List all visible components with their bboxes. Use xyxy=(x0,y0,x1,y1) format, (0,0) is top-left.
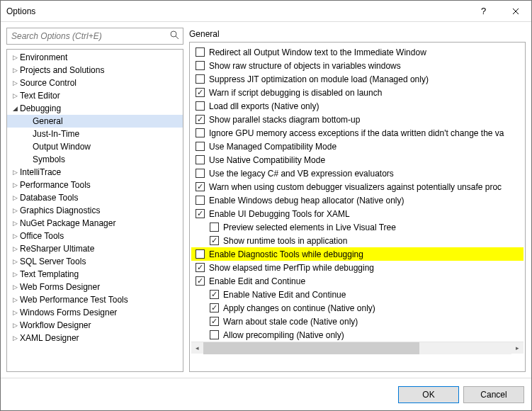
chevron-right-icon[interactable]: ▷ xyxy=(10,207,20,214)
checkbox[interactable] xyxy=(210,303,219,313)
chevron-right-icon[interactable]: ▷ xyxy=(10,258,20,265)
checkbox[interactable] xyxy=(196,101,205,111)
option-row[interactable]: Warn when using custom debugger visualiz… xyxy=(191,180,523,193)
chevron-right-icon[interactable]: ▷ xyxy=(10,245,20,252)
checkbox[interactable] xyxy=(210,223,219,232)
option-row[interactable]: Show parallel stacks diagram bottom-up xyxy=(191,113,523,126)
option-row[interactable]: Show raw structure of objects in variabl… xyxy=(191,59,523,72)
checkbox[interactable] xyxy=(196,276,205,286)
option-row[interactable]: Suppress JIT optimization on module load… xyxy=(191,72,523,86)
tree-item[interactable]: ▷Graphics Diagnostics xyxy=(7,204,183,217)
chevron-right-icon[interactable]: ▷ xyxy=(10,181,20,188)
close-button[interactable] xyxy=(499,1,531,21)
search-icon[interactable] xyxy=(169,30,180,42)
option-row[interactable]: Redirect all Output Window text to the I… xyxy=(191,45,523,59)
option-row[interactable]: Use the legacy C# and VB expression eval… xyxy=(191,167,523,180)
checkbox[interactable] xyxy=(210,330,219,339)
option-row[interactable]: Warn if script debugging is disabled on … xyxy=(191,86,523,99)
chevron-right-icon[interactable]: ▷ xyxy=(10,220,20,227)
help-button[interactable]: ? xyxy=(468,1,499,21)
checkbox[interactable] xyxy=(196,61,205,70)
option-row[interactable]: Enable Native Edit and Continue xyxy=(191,288,523,301)
tree-item[interactable]: ▷NuGet Package Manager xyxy=(7,217,183,230)
tree-item[interactable]: ▷Windows Forms Designer xyxy=(7,306,183,319)
option-row[interactable]: Apply changes on continue (Native only) xyxy=(191,301,523,315)
tree-item[interactable]: ▷Web Forms Designer xyxy=(7,281,183,293)
checkbox[interactable] xyxy=(196,47,205,57)
scroll-right-button[interactable]: ▸ xyxy=(511,342,523,354)
scroll-track[interactable] xyxy=(203,342,511,354)
checkbox[interactable] xyxy=(196,74,205,84)
checkbox[interactable] xyxy=(196,209,205,218)
tree-item[interactable]: ▷Web Performance Test Tools xyxy=(7,293,183,306)
checkbox[interactable] xyxy=(196,88,205,97)
option-row[interactable]: Show runtime tools in application xyxy=(191,234,523,247)
tree-item[interactable]: ▷Database Tools xyxy=(7,191,183,204)
checkbox[interactable] xyxy=(196,182,205,191)
option-row[interactable]: Enable Windows debug heap allocator (Nat… xyxy=(191,193,523,207)
chevron-right-icon[interactable]: ▷ xyxy=(10,309,20,316)
tree-item[interactable]: ▷Office Tools xyxy=(7,230,183,242)
checkbox[interactable] xyxy=(196,115,205,124)
chevron-right-icon[interactable]: ▷ xyxy=(10,54,20,61)
option-row[interactable]: Show elapsed time PerfTip while debuggin… xyxy=(191,261,523,274)
tree-item[interactable]: ▷Just-In-Time xyxy=(7,128,183,140)
checkbox[interactable] xyxy=(196,142,205,151)
chevron-right-icon[interactable]: ▷ xyxy=(10,92,20,99)
search-input[interactable] xyxy=(10,30,169,42)
tree-item[interactable]: ▷Projects and Solutions xyxy=(7,64,183,77)
tree-item[interactable]: ◢Debugging xyxy=(7,102,183,115)
option-row[interactable]: Enable UI Debugging Tools for XAML xyxy=(191,207,523,220)
chevron-right-icon[interactable]: ▷ xyxy=(10,271,20,278)
search-box[interactable] xyxy=(6,28,183,45)
option-row[interactable]: Enable Edit and Continue xyxy=(191,274,523,288)
tree-item[interactable]: ▷Performance Tools xyxy=(7,179,183,191)
tree-item[interactable]: ▷Environment xyxy=(7,51,183,64)
scroll-left-button[interactable]: ◂ xyxy=(191,342,203,354)
checkbox[interactable] xyxy=(196,128,205,137)
tree-item[interactable]: ▷XAML Designer xyxy=(7,332,183,344)
option-row[interactable]: Preview selected elements in Live Visual… xyxy=(191,220,523,234)
checkbox[interactable] xyxy=(210,236,219,245)
chevron-down-icon[interactable]: ◢ xyxy=(10,105,20,112)
tree-item[interactable]: ▷Text Templating xyxy=(7,268,183,281)
option-row[interactable]: Use Native Compatibility Mode xyxy=(191,153,523,167)
cancel-button[interactable]: Cancel xyxy=(463,386,524,403)
checkbox[interactable] xyxy=(196,169,205,178)
chevron-right-icon[interactable]: ▷ xyxy=(10,194,20,201)
chevron-right-icon[interactable]: ▷ xyxy=(10,322,20,329)
option-row[interactable]: Use Managed Compatibility Mode xyxy=(191,140,523,153)
checkbox[interactable] xyxy=(196,155,205,164)
scroll-thumb[interactable] xyxy=(203,342,419,354)
tree-item[interactable]: ▷Output Window xyxy=(7,140,183,153)
chevron-right-icon[interactable]: ▷ xyxy=(10,334,20,342)
tree-item[interactable]: ▷General xyxy=(7,115,183,128)
checkbox[interactable] xyxy=(210,290,219,299)
chevron-right-icon[interactable]: ▷ xyxy=(10,67,20,74)
tree-item[interactable]: ▷Source Control xyxy=(7,77,183,89)
tree-item[interactable]: ▷SQL Server Tools xyxy=(7,255,183,268)
checkbox[interactable] xyxy=(196,263,205,272)
chevron-right-icon[interactable]: ▷ xyxy=(10,169,20,176)
ok-button[interactable]: OK xyxy=(398,386,459,403)
chevron-right-icon[interactable]: ▷ xyxy=(10,283,20,291)
checkbox[interactable] xyxy=(210,317,219,326)
chevron-right-icon[interactable]: ▷ xyxy=(10,232,20,240)
tree-item[interactable]: ▷Text Editor xyxy=(7,89,183,102)
option-row[interactable]: Allow precompiling (Native only) xyxy=(191,328,523,342)
options-panel[interactable]: Redirect all Output Window text to the I… xyxy=(189,42,526,372)
tree-item[interactable]: ▷Workflow Designer xyxy=(7,319,183,332)
chevron-right-icon[interactable]: ▷ xyxy=(10,296,20,303)
horizontal-scrollbar[interactable]: ◂ ▸ xyxy=(191,342,523,354)
option-row[interactable]: Warn about stale code (Native only) xyxy=(191,315,523,328)
checkbox[interactable] xyxy=(196,249,205,259)
tree-item[interactable]: ▷ReSharper Ultimate xyxy=(7,242,183,255)
tree-item[interactable]: ▷IntelliTrace xyxy=(7,166,183,179)
checkbox[interactable] xyxy=(196,196,205,205)
option-row[interactable]: Enable Diagnostic Tools while debugging xyxy=(191,247,523,261)
tree-item[interactable]: ▷Symbols xyxy=(7,153,183,166)
option-row[interactable]: Ignore GPU memory access exceptions if t… xyxy=(191,126,523,140)
chevron-right-icon[interactable]: ▷ xyxy=(10,79,20,86)
category-tree[interactable]: ▷Environment▷Projects and Solutions▷Sour… xyxy=(6,49,183,372)
option-row[interactable]: Load dll exports (Native only) xyxy=(191,99,523,113)
